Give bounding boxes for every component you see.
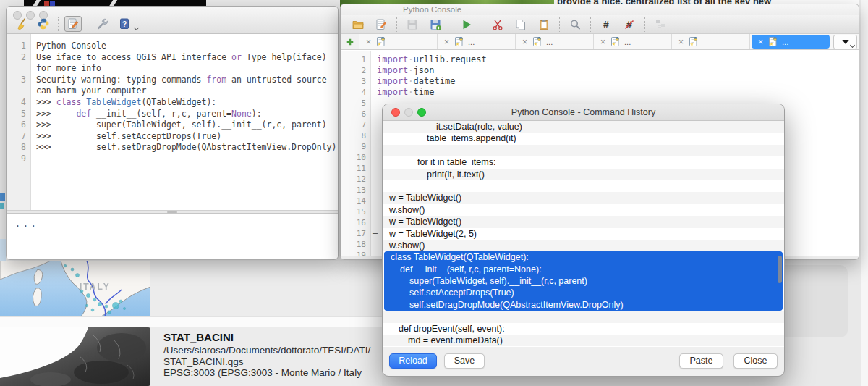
code-text: import·urllib.request (371, 54, 487, 65)
minimize-button[interactable] (404, 108, 413, 117)
line-number: 8 (341, 130, 371, 141)
history-row[interactable]: class TableWidget(QTableWidget): (384, 251, 783, 263)
line-number: 4 (341, 87, 371, 98)
dialog-footer: Reload Save Paste Close (383, 345, 784, 376)
find-text-button[interactable] (566, 17, 584, 33)
line-number: 14 (341, 196, 371, 206)
recent-project-row-map[interactable]: ITALY (0, 261, 382, 316)
dialog-titlebar[interactable]: Python Console - Command History (383, 104, 784, 121)
reload-button[interactable]: Reload (389, 353, 437, 369)
history-row[interactable]: w = TableWidget() (383, 192, 784, 204)
history-row[interactable]: def __init__(self, r,c, parent=None): (384, 264, 783, 275)
background-sliver (0, 203, 4, 209)
toolbar-separator (482, 17, 482, 32)
code-text (371, 152, 377, 163)
history-row[interactable]: w = TableWidget(2, 5) (383, 228, 784, 240)
save-icon (406, 18, 419, 31)
history-row[interactable]: w.show() (383, 204, 784, 216)
toolbar-separator (58, 17, 59, 31)
history-row[interactable] (383, 180, 784, 192)
new-editor-button[interactable] (373, 17, 390, 33)
run-command-button[interactable] (35, 16, 52, 32)
editor-tab-4[interactable]: ×... (594, 34, 672, 49)
code-text: >>> super(TableWidget, self).__init__(r,… (31, 119, 327, 131)
close-button[interactable] (391, 108, 400, 117)
history-row[interactable]: w.show() (383, 240, 784, 251)
console-input-area[interactable]: ... (7, 214, 338, 259)
code-text: import·json (371, 65, 435, 76)
svg-text:#: # (603, 19, 609, 30)
editor-tab-2[interactable]: ×... (438, 34, 516, 49)
close-tab-icon[interactable]: × (366, 38, 371, 46)
paste-button[interactable]: Paste (679, 353, 723, 369)
line-number: 4 (7, 97, 31, 109)
tab-list-dropdown-button[interactable] (833, 35, 857, 49)
history-row[interactable] (383, 311, 784, 322)
console-output-area[interactable]: 1Python Console2Use iface to access QGIS… (7, 34, 338, 210)
history-row[interactable]: table_items.append(it) (383, 133, 784, 144)
history-row[interactable]: w = TableWidget() (383, 216, 784, 227)
cut-button[interactable] (489, 17, 506, 33)
editor-tab-3[interactable]: ×... (516, 34, 594, 49)
history-row[interactable]: self.setDragDropMode(QAbstractItemView.D… (384, 299, 783, 311)
script-file-icon (532, 36, 542, 47)
new-tab-button[interactable] (341, 34, 359, 49)
code-text: import·time (371, 87, 435, 98)
editor-window-titlebar[interactable]: Python Console (341, 4, 859, 15)
editor-tab-6[interactable]: ×... (752, 35, 830, 49)
script-icon (375, 18, 388, 31)
history-row[interactable]: self.setAcceptDrops(True) (384, 287, 783, 298)
close-tab-icon[interactable]: × (600, 38, 605, 46)
history-row[interactable] (383, 145, 784, 156)
zoom-button[interactable] (417, 108, 426, 117)
open-script-button[interactable] (349, 17, 367, 33)
code-line: 8>>> self.setDragDropMode(QAbstractItemV… (7, 142, 338, 154)
line-number: 7 (341, 119, 371, 130)
uncomment-icon: # (623, 18, 636, 31)
help-button[interactable]: ? (116, 16, 133, 32)
uncomment-button[interactable]: # (621, 17, 638, 33)
history-row[interactable]: it.setData(role, value) (383, 121, 784, 133)
clear-console-button[interactable] (13, 16, 30, 32)
recent-project-row-stat-bacini[interactable]: STAT_BACINI /Users/slarosa/Documents/dot… (0, 327, 382, 386)
command-history-list[interactable]: it.setData(role, value)table_items.appen… (383, 121, 784, 347)
close-tab-icon[interactable]: × (522, 38, 527, 46)
run-script-button[interactable] (458, 17, 475, 33)
copy-button[interactable] (512, 17, 529, 33)
editor-tab-bar: ××...×...×...××... (341, 34, 859, 50)
toolbar-separator (559, 17, 560, 32)
paste-button[interactable] (535, 17, 553, 33)
code-text: >>> def __init__(self, r,c, parent=None)… (31, 109, 262, 120)
save-button[interactable]: Save (444, 353, 485, 369)
dialog-title: Python Console - Command History (383, 104, 784, 120)
close-tab-icon[interactable]: × (678, 38, 684, 46)
close-tab-icon[interactable]: × (758, 38, 763, 46)
scrollbar-thumb[interactable] (778, 256, 782, 283)
line-number (7, 85, 31, 97)
options-button[interactable] (94, 16, 111, 32)
history-row[interactable]: def dropEvent(self, event): (383, 323, 784, 335)
history-row[interactable]: md = event.mimeData() (383, 335, 784, 346)
close-button[interactable]: Close (733, 353, 778, 369)
toolbar-separator (451, 17, 451, 32)
fold-marker-icon[interactable]: – (373, 228, 378, 239)
project-path-line2: STAT_BACINI.qgs (163, 356, 380, 368)
history-row[interactable]: print(it, it.text() (383, 169, 784, 180)
history-row[interactable]: for it in table_items: (383, 156, 784, 168)
comment-button[interactable]: # (597, 17, 615, 33)
editor-tab-1[interactable]: × (359, 34, 438, 49)
help-icon: ? (118, 17, 131, 30)
save-as-button[interactable] (427, 17, 444, 33)
history-row[interactable]: super(TableWidget, self).__init__(r,c, p… (384, 275, 783, 287)
show-editor-button[interactable] (64, 16, 82, 32)
line-number: 11 (341, 163, 371, 174)
close-tab-icon[interactable]: × (444, 38, 449, 46)
line-number: 8 (7, 142, 31, 154)
code-text (31, 154, 36, 165)
code-text: for more info (31, 63, 101, 75)
editor-tab-5[interactable]: × (672, 34, 750, 49)
script-file-icon (454, 36, 464, 47)
save-button (404, 17, 421, 33)
code-line: 5>>> def __init__(self, r,c, parent=None… (7, 109, 338, 120)
code-text: Security warning: typing commands from a… (31, 75, 327, 86)
